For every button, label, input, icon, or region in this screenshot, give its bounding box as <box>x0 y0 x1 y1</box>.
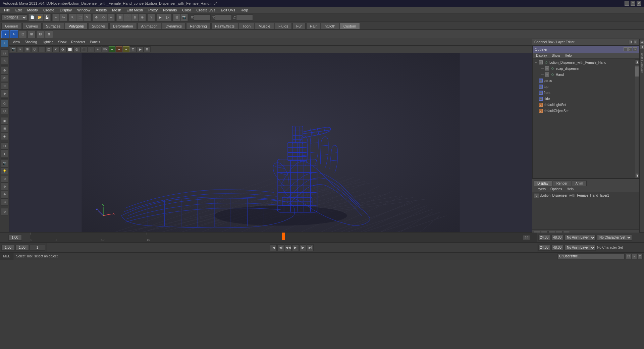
outliner-front[interactable]: 📷 front <box>533 90 639 96</box>
vp-show-menu[interactable]: Show <box>56 40 68 44</box>
cmd-btn3[interactable]: ◻ <box>637 254 643 259</box>
scroll-down-btn[interactable]: ▼ <box>635 173 639 178</box>
redo-btn[interactable]: ↪ <box>60 14 67 21</box>
vp-isolate-btn[interactable]: ◎ <box>73 46 80 52</box>
layer-item-1[interactable]: V /Lotion_Dispenser_with_Female_Hand_lay… <box>532 192 639 199</box>
lasso-btn[interactable]: ⬚ <box>1 49 8 57</box>
menu-modify[interactable]: Modify <box>24 7 41 13</box>
vp-smooth-btn[interactable]: ○ <box>38 46 45 52</box>
menu-color[interactable]: Color <box>179 7 194 13</box>
outliner-show-menu[interactable]: Show <box>550 53 562 58</box>
layer-tab-anim[interactable]: Anim <box>572 181 587 186</box>
next-keyframe-btn[interactable]: |▶ <box>300 244 306 251</box>
vp-grid-btn[interactable]: ⊞ <box>24 46 31 52</box>
vp-orange-btn[interactable]: ● <box>123 46 129 52</box>
outliner-scrollbar[interactable]: ▲ ▼ <box>635 59 639 178</box>
vp-frame-btn[interactable]: ⊡ <box>130 46 137 52</box>
layers-submenu[interactable]: Layers <box>534 187 548 191</box>
render-btn[interactable]: ▶ <box>157 14 164 21</box>
playhead[interactable] <box>282 233 285 240</box>
x-coord-input[interactable] <box>194 14 211 20</box>
tab-animation[interactable]: Animation <box>138 23 161 29</box>
attr-btn2[interactable]: ◀ <box>640 45 644 49</box>
play-back-btn[interactable]: ◀◀ <box>285 244 291 251</box>
vp-hud-btn[interactable]: ⊟ <box>144 46 151 52</box>
cb-btn1[interactable]: ◀ <box>629 40 633 44</box>
new-file-btn[interactable]: 📄 <box>29 14 36 21</box>
outliner-side[interactable]: 📷 side <box>533 96 639 102</box>
outliner-soap-dispenser[interactable]: — ○ ⬡ soap_dispenser <box>533 65 639 71</box>
vp-cam-btn[interactable]: 📷 <box>10 46 17 52</box>
misc-btn[interactable]: ⊝ <box>1 208 8 215</box>
timeline-end-frame[interactable] <box>538 235 550 241</box>
snap-point[interactable]: ⊕ <box>131 14 139 21</box>
scale-tool[interactable]: ⇔ <box>107 14 115 21</box>
vp-yellow-btn[interactable]: ● <box>116 46 122 52</box>
menu-window[interactable]: Window <box>74 7 93 13</box>
timeline-start-input[interactable] <box>8 235 22 241</box>
vp-normals-btn[interactable]: ↑ <box>88 46 94 52</box>
z-coord-input[interactable] <box>236 14 253 20</box>
minimize-btn[interactable]: _ <box>625 1 629 6</box>
vp-shading-menu[interactable]: Shading <box>23 40 39 44</box>
cmd-btn1[interactable]: ⬚ <box>626 254 631 259</box>
anim-layer-select[interactable]: No Anim Layer <box>565 235 596 241</box>
tab-rendering[interactable]: Rendering <box>186 23 211 29</box>
lattice-btn[interactable]: ⊜ <box>1 198 8 206</box>
tab-surfaces[interactable]: Surfaces <box>42 23 64 29</box>
tab-custom[interactable]: Custom <box>340 23 360 29</box>
vp-xray-btn[interactable]: ✦ <box>95 46 101 52</box>
tab-polygons[interactable]: Polygons <box>65 23 87 29</box>
menu-mesh[interactable]: Mesh <box>109 7 124 13</box>
quick-btn4[interactable]: ⊠ <box>45 30 53 38</box>
close-btn[interactable]: ✕ <box>637 1 641 6</box>
cb-btn2[interactable]: ▶ <box>633 40 637 44</box>
vp-uv-btn[interactable]: UV <box>102 46 108 52</box>
current-frame-input[interactable] <box>15 245 29 251</box>
vp-light-btn[interactable]: ☀ <box>52 46 59 52</box>
text-btn[interactable]: T <box>1 150 8 157</box>
vp-shadow-btn[interactable]: ◑ <box>59 46 66 52</box>
menu-edit[interactable]: Edit <box>13 7 24 13</box>
vp-view-menu[interactable]: View <box>11 40 22 44</box>
outliner-close[interactable]: ✕ <box>633 47 637 51</box>
xform-btn[interactable]: ⊞ <box>1 125 8 132</box>
options-submenu[interactable]: Options <box>548 187 564 191</box>
move-tool[interactable]: ✥ <box>93 14 100 21</box>
vp-screen-btn[interactable]: ⬜ <box>66 46 73 52</box>
goto-start-btn[interactable]: |◀ <box>270 244 277 251</box>
outliner-help-menu[interactable]: Help <box>563 53 574 58</box>
menu-help[interactable]: Help <box>238 7 251 13</box>
tab-dynamics[interactable]: Dynamics <box>162 23 185 29</box>
workspace-selector[interactable]: Polygons Animation Rendering <box>1 14 27 20</box>
vp-panels-menu[interactable]: Panels <box>88 40 102 44</box>
menu-create[interactable]: Create <box>41 7 57 13</box>
scale-btn[interactable]: ⇔ <box>1 82 8 90</box>
expand-lotion[interactable]: ▼ <box>534 60 538 64</box>
select-tool-btn[interactable]: ↖ <box>1 40 8 47</box>
command-line-input[interactable] <box>557 253 625 259</box>
outliner-lotion-group[interactable]: ▼ ○ ⬡ Lotion_Dispenser_with_Female_Hand <box>533 59 639 65</box>
tab-ncloth[interactable]: nCloth <box>321 23 339 29</box>
paint-tool[interactable]: ✎ <box>84 14 91 21</box>
vp-select-btn[interactable]: ↖ <box>17 46 24 52</box>
render-ipr[interactable]: ▷ <box>164 14 171 21</box>
history-btn[interactable]: ? <box>148 14 155 21</box>
soap-vis-icon[interactable]: ○ <box>545 66 549 70</box>
char-set-select[interactable]: No Character Set <box>597 235 632 241</box>
maximize-btn[interactable]: □ <box>631 1 635 6</box>
cam-toggle[interactable]: 📷 <box>180 14 188 21</box>
vp-lighting-menu[interactable]: Lighting <box>40 40 55 44</box>
outliner-object-set[interactable]: ● defaultObjectSet <box>533 108 639 114</box>
pivot-btn[interactable]: ◈ <box>1 133 8 140</box>
outliner-content[interactable]: ▼ ○ ⬡ Lotion_Dispenser_with_Female_Hand … <box>533 59 639 178</box>
snap-surface[interactable]: ⊗ <box>139 14 146 21</box>
y-coord-input[interactable] <box>215 14 232 20</box>
tab-fluids[interactable]: Fluids <box>275 23 292 29</box>
scroll-thumb[interactable] <box>635 66 639 77</box>
quick-btn3[interactable]: ⊟ <box>36 30 44 38</box>
attr-editor-label[interactable]: Attribute Editor <box>640 53 644 73</box>
viewport-3d[interactable]: X Y Z <box>9 53 532 232</box>
paint-select-btn[interactable]: ✎ <box>1 57 8 64</box>
vp-bounding-btn[interactable]: ⬛ <box>80 46 87 52</box>
